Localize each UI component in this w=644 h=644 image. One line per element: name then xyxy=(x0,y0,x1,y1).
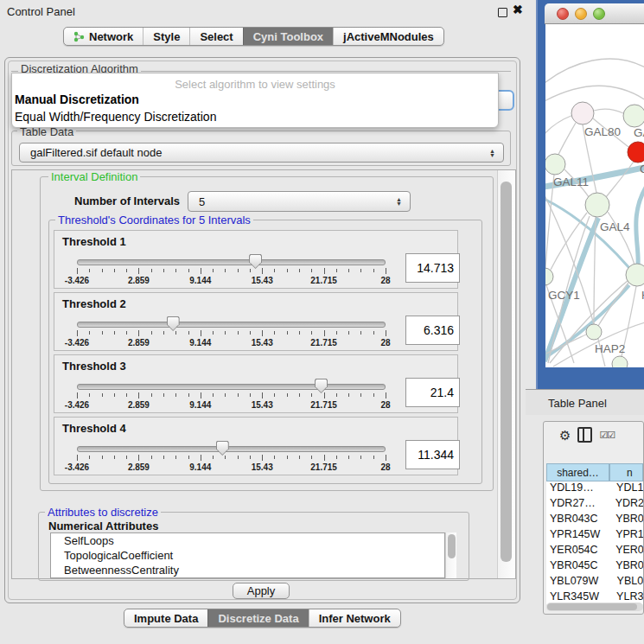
threshold-slider[interactable]: -3.4262.8599.14415.4321.71528 xyxy=(77,257,386,286)
minimize-traffic-light-icon[interactable] xyxy=(575,8,587,20)
table-cell[interactable]: YBL079W xyxy=(546,575,613,590)
zoom-traffic-light-icon[interactable] xyxy=(593,8,605,20)
slider-tick xyxy=(163,331,164,335)
slider-track[interactable] xyxy=(77,322,386,328)
tab-impute-data[interactable]: Impute Data xyxy=(124,609,207,627)
network-node[interactable] xyxy=(545,154,565,175)
threshold-slider[interactable]: -3.4262.8599.14415.4321.71528 xyxy=(77,443,386,473)
list-item[interactable]: TopologicalCoefficient xyxy=(51,548,444,563)
dropdown-option-manual[interactable]: Manual Discretization xyxy=(15,92,139,106)
network-node[interactable] xyxy=(626,264,644,286)
table-cell[interactable]: YBR0 xyxy=(611,513,643,528)
tab-style[interactable]: Style xyxy=(143,28,189,45)
list-scrollbar[interactable] xyxy=(445,532,456,578)
numerical-attributes-list[interactable]: SelfLoops TopologicalCoefficient Between… xyxy=(50,532,445,578)
column-header-shared-name[interactable]: shared… xyxy=(546,463,609,481)
checkbox-pair-icon[interactable]: ☑☑ xyxy=(599,430,615,441)
slider-thumb[interactable] xyxy=(216,441,229,456)
table-cell[interactable]: YDL19… xyxy=(546,481,612,497)
tab-network[interactable]: Network xyxy=(64,28,143,45)
table-cell[interactable]: YBR045C xyxy=(546,559,611,575)
threshold-value-field[interactable]: 6.316 xyxy=(405,316,460,345)
threshold-value-field[interactable]: 14.713 xyxy=(405,253,460,283)
slider-tick xyxy=(201,455,201,461)
network-node[interactable] xyxy=(612,356,628,367)
vertical-scrollbar[interactable] xyxy=(497,170,515,578)
network-node[interactable] xyxy=(585,193,609,217)
table-row[interactable]: YBR043CYBR0 xyxy=(546,513,643,528)
slider-track[interactable] xyxy=(77,384,386,390)
slider-scale-label: -3.426 xyxy=(65,462,89,472)
column-header-name[interactable]: n xyxy=(609,463,643,481)
tab-jactivemnodules[interactable]: jActiveMNodules xyxy=(333,28,443,45)
slider-thumb[interactable] xyxy=(315,379,328,393)
threshold-slider[interactable]: -3.4262.8599.14415.4321.71528 xyxy=(77,319,386,348)
scrollbar-thumb[interactable] xyxy=(448,534,456,558)
dropdown-option-equal-width[interactable]: Equal Width/Frequency Discretization xyxy=(15,110,216,124)
network-window-titlebar[interactable] xyxy=(545,3,644,24)
table-row[interactable]: YBR045CYBR0 xyxy=(546,559,643,575)
slider-track[interactable] xyxy=(77,446,386,452)
slider-tick xyxy=(151,269,152,272)
slider-scale-label: 15.43 xyxy=(252,400,273,410)
table-cell[interactable]: YBR0 xyxy=(611,559,643,575)
network-view-canvas[interactable]: GAL80GACGAL11GAL4GCY1HHAP2 xyxy=(545,24,644,367)
slider-tick xyxy=(360,269,361,272)
network-node[interactable] xyxy=(623,105,644,127)
node-label: C xyxy=(640,163,644,175)
table-cell[interactable]: YPR145W xyxy=(546,528,611,544)
threshold-value-field[interactable]: 11.344 xyxy=(405,440,460,469)
apply-button[interactable]: Apply xyxy=(233,583,290,599)
network-node[interactable] xyxy=(571,102,594,124)
network-node[interactable] xyxy=(586,324,602,340)
slider-tick xyxy=(373,331,374,335)
list-item[interactable]: BetweennessCentrality xyxy=(51,563,444,577)
table-cell[interactable]: YDL1 xyxy=(612,481,643,497)
network-node[interactable] xyxy=(628,142,644,163)
slider-tick xyxy=(138,392,139,399)
scrollbar-thumb[interactable] xyxy=(501,182,512,562)
scrollbar-thumb[interactable] xyxy=(547,603,637,610)
slider-tick xyxy=(188,456,189,459)
tab-cyni-toolbox[interactable]: Cyni Toolbox xyxy=(243,28,333,45)
slider-scale-label: 15.43 xyxy=(252,276,273,285)
table-row[interactable]: YPR145WYPR1 xyxy=(546,528,643,544)
table-cell[interactable]: YDR27… xyxy=(546,497,611,513)
table-cell[interactable]: YPR1 xyxy=(611,528,643,544)
table-cell[interactable]: YBL0 xyxy=(613,575,643,590)
threshold-value-field[interactable]: 21.4 xyxy=(405,378,460,407)
slider-tick xyxy=(336,393,337,397)
slider-thumb[interactable] xyxy=(249,254,262,269)
table-cell[interactable]: YER054C xyxy=(546,544,611,559)
table-row[interactable]: YDR27…YDR2 xyxy=(546,497,643,513)
tab-infer-network[interactable]: Infer Network xyxy=(309,609,400,627)
table-cell[interactable]: YDR2 xyxy=(611,497,643,513)
close-traffic-light-icon[interactable] xyxy=(557,8,569,20)
slider-track[interactable] xyxy=(77,259,386,265)
table-data-combobox[interactable]: galFiltered.sif default node ▲▼ xyxy=(19,143,504,163)
slider-tick xyxy=(324,392,325,399)
slider-tick xyxy=(89,269,90,272)
slider-thumb[interactable] xyxy=(167,316,180,331)
float-window-icon[interactable] xyxy=(498,8,507,17)
list-item[interactable]: SelfLoops xyxy=(51,533,444,548)
table-panel: ⚙ ☑☑ shared… n YDL19…YDL1YDR27…YDR2YBR04… xyxy=(543,421,644,615)
tab-select[interactable]: Select xyxy=(189,28,242,45)
node-label: HAP2 xyxy=(595,342,625,355)
network-node[interactable] xyxy=(545,268,553,285)
horizontal-scrollbar[interactable] xyxy=(546,603,643,611)
table-cell[interactable]: YER0 xyxy=(611,544,643,559)
split-column-icon[interactable] xyxy=(577,427,592,443)
algorithm-dropdown-popup: Select algorithm to view settings Manual… xyxy=(11,73,499,128)
table-row[interactable]: YER054CYER0 xyxy=(546,544,643,559)
slider-tick xyxy=(89,393,90,397)
table-cell[interactable]: YBR043C xyxy=(546,513,611,528)
close-icon[interactable]: ✖ xyxy=(513,3,523,16)
gear-icon[interactable]: ⚙ xyxy=(559,429,571,442)
tab-discretize-data[interactable]: Discretize Data xyxy=(207,609,308,627)
table-row[interactable]: YDL19…YDL1 xyxy=(546,481,643,497)
number-of-intervals-combobox[interactable]: 5 ▲▼ xyxy=(188,191,411,212)
slider-tick xyxy=(175,456,176,459)
threshold-slider[interactable]: -3.4262.8599.14415.4321.71528 xyxy=(77,381,386,411)
table-row[interactable]: YBL079WYBL0 xyxy=(546,575,643,590)
